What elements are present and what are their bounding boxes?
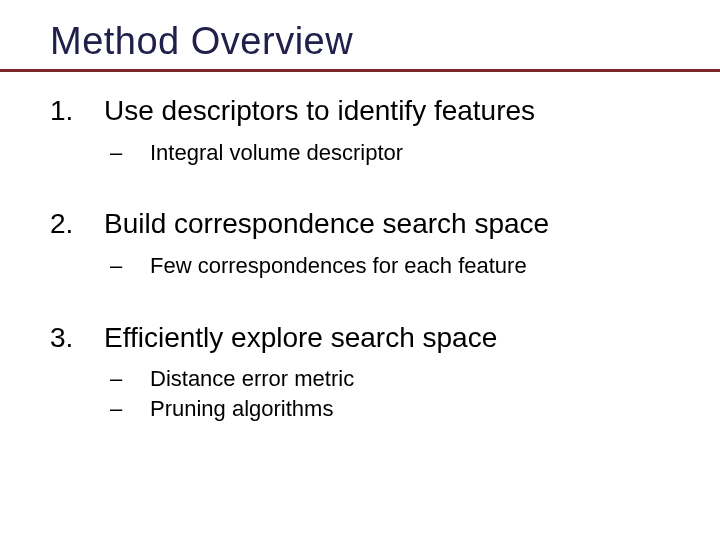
sub-text: Pruning algorithms (150, 394, 333, 424)
list-item: 3. Efficiently explore search space – Di… (50, 321, 690, 424)
item-text: Build correspondence search space (104, 207, 549, 241)
item-number: 2. (50, 207, 104, 241)
item-number: 1. (50, 94, 104, 128)
item-line: 3. Efficiently explore search space (50, 321, 690, 355)
sub-item: – Pruning algorithms (50, 394, 690, 424)
sub-list: – Integral volume descriptor (50, 138, 690, 168)
sub-item: – Distance error metric (50, 364, 690, 394)
title-rule (0, 69, 720, 72)
dash-icon: – (110, 364, 150, 394)
sub-item: – Integral volume descriptor (50, 138, 690, 168)
sub-text: Distance error metric (150, 364, 354, 394)
slide: Method Overview 1. Use descriptors to id… (0, 0, 720, 540)
list-item: 2. Build correspondence search space – F… (50, 207, 690, 280)
sub-list: – Distance error metric – Pruning algori… (50, 364, 690, 423)
sub-text: Integral volume descriptor (150, 138, 403, 168)
sub-text: Few correspondences for each feature (150, 251, 527, 281)
item-text: Use descriptors to identify features (104, 94, 535, 128)
item-text: Efficiently explore search space (104, 321, 497, 355)
slide-title: Method Overview (50, 20, 690, 63)
dash-icon: – (110, 394, 150, 424)
dash-icon: – (110, 138, 150, 168)
item-line: 2. Build correspondence search space (50, 207, 690, 241)
sub-list: – Few correspondences for each feature (50, 251, 690, 281)
list-item: 1. Use descriptors to identify features … (50, 94, 690, 167)
item-number: 3. (50, 321, 104, 355)
dash-icon: – (110, 251, 150, 281)
sub-item: – Few correspondences for each feature (50, 251, 690, 281)
main-list: 1. Use descriptors to identify features … (50, 94, 690, 424)
item-line: 1. Use descriptors to identify features (50, 94, 690, 128)
